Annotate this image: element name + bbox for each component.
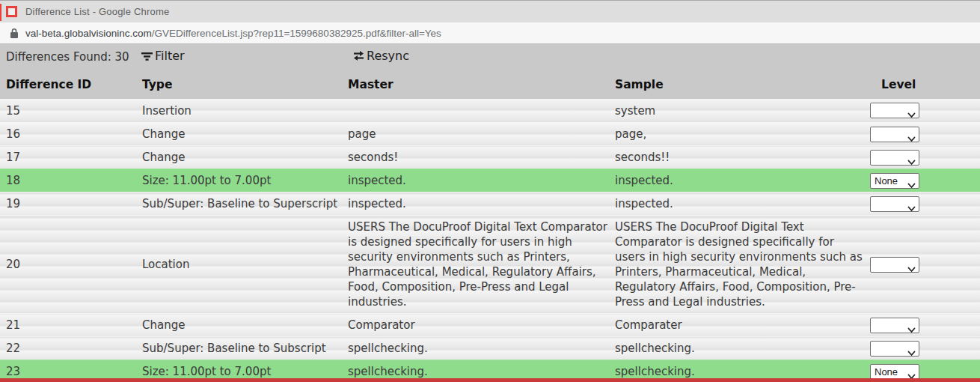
level-select[interactable] — [870, 196, 919, 212]
cell-sample: system — [615, 100, 870, 122]
cell-type: Size: 11.00pt to 7.00pt — [142, 169, 348, 192]
level-select-wrap: None — [870, 364, 919, 380]
cell-level — [870, 257, 980, 273]
cell-type: Change — [142, 314, 348, 336]
header-master: Master — [348, 78, 615, 91]
cell-id: 20 — [6, 253, 142, 276]
cell-level — [870, 196, 980, 212]
cell-id: 21 — [6, 314, 142, 336]
cell-type: Insertion — [142, 100, 348, 122]
cell-level: None — [870, 364, 980, 380]
level-select[interactable] — [870, 150, 919, 166]
cell-type: Location — [142, 253, 348, 276]
table-header-row: Difference ID Type Master Sample Level — [0, 70, 980, 99]
filter-lines-icon — [141, 50, 153, 62]
table-row[interactable]: 15 Insertion system — [0, 99, 980, 122]
cell-master: inspected. — [348, 169, 615, 192]
level-select[interactable] — [870, 103, 919, 118]
table-row[interactable]: 20 Location USERS The DocuProof Digital … — [0, 215, 980, 313]
cell-sample: USERS The DocuProof Digital Text Compara… — [615, 216, 870, 313]
level-select[interactable] — [870, 257, 919, 273]
swap-arrows-icon — [352, 50, 365, 61]
level-select[interactable]: None — [870, 364, 919, 380]
filter-label: Filter — [155, 49, 185, 63]
cell-level — [870, 103, 980, 118]
header-type: Type — [142, 78, 348, 91]
cell-sample: seconds!! — [615, 146, 870, 169]
header-level: Level — [870, 78, 980, 91]
level-select[interactable]: None — [870, 173, 919, 189]
table-row[interactable]: 22 Sub/Super: Baseline to Subscript spel… — [0, 336, 980, 360]
cell-level — [870, 127, 980, 142]
cell-sample: Comparater — [615, 314, 870, 336]
padlock-icon[interactable] — [10, 28, 19, 39]
cell-master — [348, 107, 615, 115]
level-select[interactable] — [870, 341, 919, 357]
window-titlebar: Difference List - Google Chrome — [0, 0, 980, 22]
table-row[interactable]: 21 Change Comparator Comparater — [0, 313, 980, 336]
cell-master: seconds! — [348, 146, 615, 169]
address-bar[interactable]: val-beta.globalvisioninc.com/GVEDifferen… — [0, 22, 980, 44]
cell-type: Sub/Super: Baseline to Superscript — [142, 192, 348, 215]
url-path: /GVEDifferenceList.jsp?rep11=15996803829… — [152, 28, 441, 39]
cell-sample: inspected. — [615, 169, 870, 192]
window-edge-accent — [0, 4, 1, 21]
header-difference-id: Difference ID — [6, 78, 142, 91]
cell-id: 22 — [6, 337, 142, 360]
cell-sample: spellchecking. — [615, 337, 870, 360]
table-row[interactable]: 16 Change page page, — [0, 122, 980, 145]
level-select[interactable] — [870, 318, 919, 333]
cell-level — [870, 318, 980, 333]
cell-sample: page, — [615, 123, 870, 145]
cell-type: Change — [142, 123, 348, 145]
cell-level: None — [870, 173, 980, 189]
cell-id: 19 — [6, 192, 142, 215]
table-row[interactable]: 17 Change seconds! seconds!! — [0, 145, 980, 169]
toolbar: Differences Found: 30 Filter Res — [0, 44, 980, 70]
cell-id: 17 — [6, 146, 142, 169]
header-sample: Sample — [615, 78, 870, 91]
differences-found-label: Differences Found: 30 — [6, 50, 129, 64]
bottom-red-bar — [0, 378, 980, 382]
level-select-wrap — [870, 341, 919, 357]
window-title: Difference List - Google Chrome — [25, 6, 169, 17]
url-text[interactable]: val-beta.globalvisioninc.com/GVEDifferen… — [25, 28, 441, 39]
cell-master: USERS The DocuProof Digital Text Compara… — [348, 216, 615, 313]
red-square-app-icon — [6, 6, 17, 17]
cell-sample: inspected. — [615, 192, 870, 215]
cell-id: 16 — [6, 123, 142, 145]
level-select-wrap — [870, 103, 919, 118]
level-select-wrap — [870, 150, 919, 166]
table-row[interactable]: 18 Size: 11.00pt to 7.00pt inspected. in… — [0, 169, 980, 192]
url-domain: val-beta.globalvisioninc.com — [25, 28, 152, 39]
cell-master: inspected. — [348, 192, 615, 215]
filter-button[interactable]: Filter — [141, 49, 185, 63]
list-header-panel: Differences Found: 30 Filter Res — [0, 44, 980, 99]
cell-type: Sub/Super: Baseline to Subscript — [142, 337, 348, 360]
level-select[interactable] — [870, 127, 919, 142]
cell-id: 15 — [6, 100, 142, 122]
difference-list: 15 Insertion system 16 Change page page, — [0, 99, 980, 382]
cell-master: Comparator — [348, 314, 615, 336]
cell-id: 18 — [6, 169, 142, 192]
resync-button[interactable]: Resync — [352, 49, 409, 63]
level-select-wrap: None — [870, 173, 919, 189]
resync-label: Resync — [367, 49, 409, 63]
table-row[interactable]: 19 Sub/Super: Baseline to Superscript in… — [0, 192, 980, 215]
level-select-wrap — [870, 318, 919, 333]
cell-type: Change — [142, 146, 348, 169]
cell-level — [870, 150, 980, 166]
cell-master: page — [348, 123, 615, 145]
cell-master: spellchecking. — [348, 337, 615, 360]
level-select-wrap — [870, 257, 919, 273]
cell-level — [870, 341, 980, 357]
level-select-wrap — [870, 127, 919, 142]
level-select-wrap — [870, 196, 919, 212]
